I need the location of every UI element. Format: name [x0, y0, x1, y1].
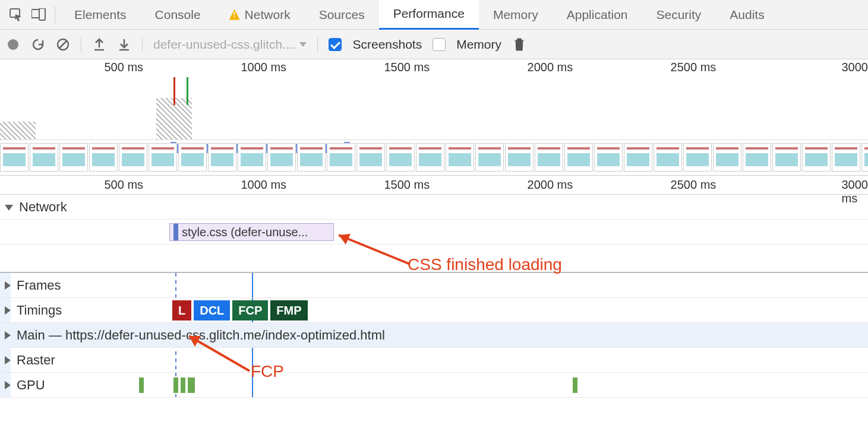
overview-load-marker [173, 77, 175, 105]
filmstrip-thumbnail[interactable] [178, 143, 207, 172]
reload-icon[interactable] [31, 37, 45, 52]
disclosure-icon [5, 356, 11, 364]
ov-tick: 500 ms [104, 61, 143, 74]
filmstrip-thumbnail[interactable] [267, 143, 296, 172]
disclosure-icon [5, 331, 11, 339]
disclosure-icon [5, 306, 11, 315]
filmstrip[interactable] [0, 141, 868, 175]
recording-name: defer-unused-css.glitch.... [153, 37, 296, 52]
trash-icon[interactable] [512, 37, 526, 52]
toolbar-divider [317, 37, 318, 52]
tab-audits[interactable]: Audits [715, 0, 778, 30]
network-request-stylecss[interactable]: style.css (defer-unuse... [169, 223, 334, 241]
memory-label: Memory [456, 37, 501, 52]
badge-dcl[interactable]: DCL [194, 300, 230, 321]
overview-cpu-chart [0, 77, 868, 140]
filmstrip-thumbnail[interactable] [832, 143, 860, 172]
download-icon[interactable] [117, 37, 131, 52]
request-bar [173, 224, 178, 240]
gpu-bars [0, 373, 868, 398]
filmstrip-thumbnail[interactable] [683, 143, 712, 172]
clear-icon[interactable] [56, 37, 70, 52]
disclosure-icon [5, 205, 13, 211]
filmstrip-thumbnail[interactable] [30, 143, 58, 172]
filmstrip-thumbnail[interactable] [446, 143, 474, 172]
filmstrip-thumbnail[interactable] [654, 143, 682, 172]
svg-rect-2 [39, 8, 45, 20]
timings-track-header[interactable]: Timings L DCL FCP FMP [0, 298, 868, 323]
recording-select[interactable]: defer-unused-css.glitch.... [153, 37, 307, 52]
filmstrip-thumbnail[interactable] [297, 143, 326, 172]
filmstrip-thumbnail[interactable] [594, 143, 623, 172]
raster-track-header[interactable]: Raster [0, 348, 868, 373]
filmstrip-thumbnail[interactable] [802, 143, 831, 172]
filmstrip-thumbnail[interactable] [0, 143, 29, 172]
filmstrip-thumbnail[interactable] [356, 143, 385, 172]
request-label: style.css (defer-unuse... [182, 226, 308, 239]
network-row: style.css (defer-unuse... [0, 220, 868, 245]
screenshots-label: Screenshots [352, 37, 422, 52]
badge-fcp[interactable]: FCP [232, 300, 268, 321]
toolbar-divider [81, 37, 81, 52]
tab-network[interactable]: Network [215, 0, 305, 30]
tab-memory[interactable]: Memory [479, 0, 553, 30]
filmstrip-thumbnail[interactable] [149, 143, 177, 172]
filmstrip-thumbnail[interactable] [416, 143, 444, 172]
ov-tick: 1000 ms [241, 61, 286, 74]
ov-tick: 1500 ms [384, 61, 430, 74]
filmstrip-thumbnail[interactable] [743, 143, 771, 172]
frames-track-label: Frames [17, 278, 61, 293]
tab-network-label: Network [245, 8, 291, 22]
tl-tick: 1000 ms [241, 178, 286, 192]
timings-track-label: Timings [17, 303, 62, 318]
filmstrip-thumbnail[interactable] [238, 143, 266, 172]
inspect-icon[interactable] [5, 4, 27, 26]
network-track-label: Network [19, 199, 67, 215]
tl-tick: 1500 ms [384, 178, 430, 192]
annotation-css: CSS finished loading [408, 255, 562, 274]
badge-load[interactable]: L [172, 300, 191, 321]
frames-track-header[interactable]: Frames [0, 273, 868, 298]
filmstrip-thumbnail[interactable] [89, 143, 118, 172]
filmstrip-thumbnail[interactable] [772, 143, 801, 172]
network-track-header[interactable]: Network [0, 195, 868, 220]
flame-chart-area[interactable]: 500 ms 1000 ms 1500 ms 2000 ms 2500 ms 3… [0, 176, 868, 398]
overview-ruler: 500 ms 1000 ms 1500 ms 2000 ms 2500 ms 3… [0, 59, 868, 77]
ov-tick: 2500 ms [671, 61, 717, 74]
ov-tick: 3000 [842, 61, 869, 74]
filmstrip-thumbnail[interactable] [475, 143, 504, 172]
tab-performance[interactable]: Performance [379, 0, 479, 30]
filmstrip-thumbnail[interactable] [327, 143, 355, 172]
tab-console[interactable]: Console [141, 0, 215, 30]
screenshots-checkbox[interactable] [329, 38, 342, 51]
filmstrip-thumbnail[interactable] [564, 143, 593, 172]
badge-fmp[interactable]: FMP [270, 300, 307, 321]
disclosure-icon [5, 281, 11, 290]
upload-icon[interactable] [92, 37, 106, 52]
tab-application[interactable]: Application [553, 0, 642, 30]
tab-security[interactable]: Security [642, 0, 715, 30]
device-toggle-icon[interactable] [27, 4, 50, 26]
filmstrip-thumbnail[interactable] [624, 143, 652, 172]
filmstrip-thumbnail[interactable] [505, 143, 534, 172]
raster-track-label: Raster [17, 353, 55, 368]
performance-toolbar: defer-unused-css.glitch.... Screenshots … [0, 30, 868, 59]
overview-pane[interactable]: 500 ms 1000 ms 1500 ms 2000 ms 2500 ms 3… [0, 59, 868, 176]
memory-checkbox[interactable] [433, 38, 446, 51]
record-button[interactable] [6, 37, 20, 52]
filmstrip-thumbnail[interactable] [535, 143, 563, 172]
filmstrip-thumbnail[interactable] [59, 143, 88, 172]
ov-tick: 2000 ms [528, 61, 573, 74]
main-track-header[interactable]: Main — https://defer-unused-css.glitch.m… [0, 323, 868, 348]
filmstrip-thumbnail[interactable] [119, 143, 147, 172]
filmstrip-thumbnail[interactable] [386, 143, 415, 172]
filmstrip-thumbnail[interactable] [208, 143, 236, 172]
tl-tick: 2500 ms [671, 178, 717, 192]
filmstrip-thumbnail[interactable] [861, 143, 868, 172]
filmstrip-thumbnail[interactable] [713, 143, 741, 172]
tab-elements[interactable]: Elements [60, 0, 141, 30]
gpu-track-header[interactable]: GPU [0, 373, 868, 398]
tl-tick: 2000 ms [528, 178, 573, 192]
tab-sources[interactable]: Sources [305, 0, 379, 30]
overview-fcp-marker [187, 77, 188, 105]
